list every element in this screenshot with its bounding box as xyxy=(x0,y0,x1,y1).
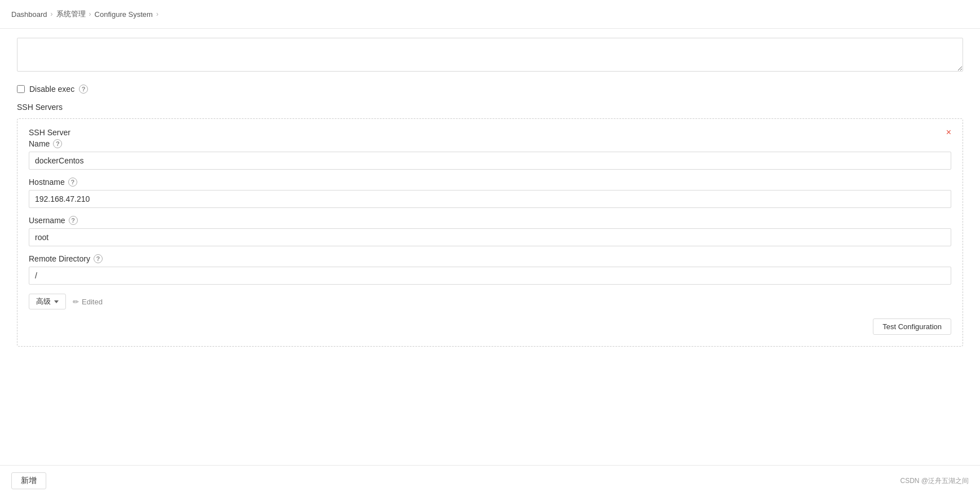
disable-exec-help-icon[interactable]: ? xyxy=(79,85,88,94)
breadcrumb-item-dashboard[interactable]: Dashboard xyxy=(11,10,47,19)
advanced-section: 高级 ✏ Edited xyxy=(29,294,951,309)
add-button[interactable]: 新增 xyxy=(11,472,46,489)
chevron-down-icon xyxy=(54,300,59,303)
disable-exec-checkbox[interactable] xyxy=(17,85,25,93)
name-input[interactable] xyxy=(29,152,951,170)
breadcrumb-separator-2: › xyxy=(89,10,91,18)
bottom-bar: 新增 CSDN @泛舟五湖之间 xyxy=(0,465,980,496)
remote-directory-input[interactable] xyxy=(29,267,951,285)
hostname-label-wrapper: Hostname ? xyxy=(29,178,951,187)
username-label-wrapper: Username ? xyxy=(29,216,951,225)
disable-exec-checkbox-wrapper: Disable exec ? xyxy=(17,85,88,94)
edited-badge: ✏ Edited xyxy=(73,298,103,306)
hostname-label: Hostname xyxy=(29,178,65,187)
breadcrumb-item-sysmanage[interactable]: 系统管理 xyxy=(56,9,86,19)
watermark: CSDN @泛舟五湖之间 xyxy=(900,476,969,486)
breadcrumb-separator-3: › xyxy=(156,10,158,18)
username-label: Username xyxy=(29,216,65,225)
breadcrumb: Dashboard › 系统管理 › Configure System › xyxy=(0,0,980,29)
username-field: Username ? xyxy=(29,216,951,246)
ssh-server-card: SSH Server × Name ? Hostname ? xyxy=(17,118,963,347)
disable-exec-label: Disable exec xyxy=(29,85,74,94)
top-textarea-wrapper xyxy=(17,29,963,78)
hostname-input[interactable] xyxy=(29,190,951,208)
name-help-icon[interactable]: ? xyxy=(53,139,62,148)
hostname-field: Hostname ? xyxy=(29,178,951,208)
ssh-server-header: SSH Server × xyxy=(29,128,951,137)
top-textarea[interactable] xyxy=(17,38,963,72)
remote-directory-label-wrapper: Remote Directory ? xyxy=(29,254,951,263)
username-help-icon[interactable]: ? xyxy=(69,216,78,225)
ssh-servers-title: SSH Servers xyxy=(17,103,963,112)
main-content: Disable exec ? SSH Servers SSH Server × … xyxy=(0,29,980,373)
page-wrapper: Dashboard › 系统管理 › Configure System › Di… xyxy=(0,0,980,496)
username-input[interactable] xyxy=(29,228,951,246)
advanced-button-label: 高级 xyxy=(36,296,51,307)
breadcrumb-item-configure[interactable]: Configure System xyxy=(95,10,153,19)
test-config-wrapper: Test Configuration xyxy=(29,318,951,335)
name-label: Name xyxy=(29,139,50,148)
remote-directory-field: Remote Directory ? xyxy=(29,254,951,285)
name-field: Name ? xyxy=(29,139,951,170)
ssh-server-card-title: SSH Server xyxy=(29,128,70,137)
remote-directory-label: Remote Directory xyxy=(29,254,90,263)
remote-directory-help-icon[interactable]: ? xyxy=(94,254,103,263)
advanced-button[interactable]: 高级 xyxy=(29,294,66,309)
hostname-help-icon[interactable]: ? xyxy=(68,178,77,187)
edit-pencil-icon: ✏ xyxy=(73,298,79,306)
breadcrumb-separator-1: › xyxy=(51,10,53,18)
disable-exec-section: Disable exec ? xyxy=(17,78,963,103)
name-label-wrapper: Name ? xyxy=(29,139,951,148)
test-configuration-button[interactable]: Test Configuration xyxy=(873,318,951,335)
ssh-server-remove-button[interactable]: × xyxy=(946,128,951,137)
edited-label: Edited xyxy=(82,298,103,306)
